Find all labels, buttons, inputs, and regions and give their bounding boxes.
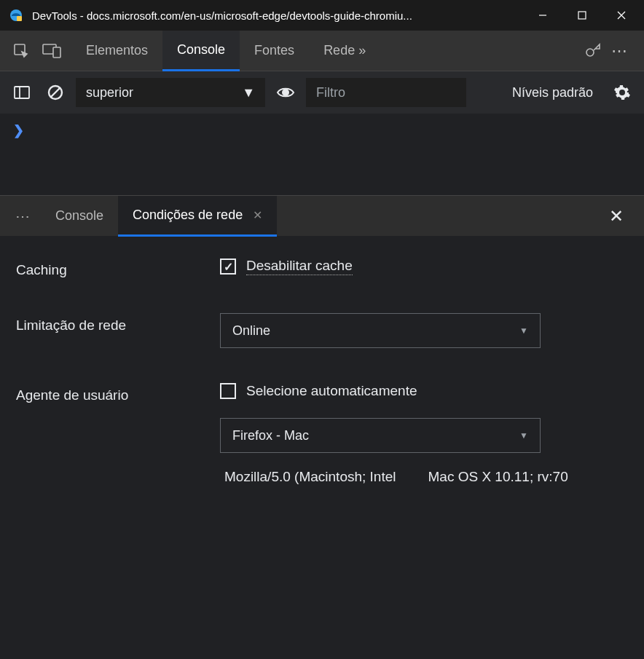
- ua-string-part2: Mac OS X 10.11; rv:70: [428, 469, 568, 485]
- app-icon: [9, 8, 23, 23]
- throttling-select[interactable]: Online ▼: [220, 313, 541, 348]
- more-menu-icon[interactable]: ⋯: [611, 42, 629, 60]
- titlebar: DevTools - docs.microsoft.com/en-us/micr…: [0, 0, 644, 31]
- execution-context-select[interactable]: superior ▼: [76, 78, 265, 107]
- tab-network[interactable]: Rede »: [309, 31, 380, 71]
- tab-close-icon[interactable]: ✕: [253, 208, 262, 222]
- drawer-tab-label: Condições de rede: [133, 208, 243, 223]
- tab-label: Rede »: [323, 43, 366, 58]
- console-settings-icon[interactable]: [609, 79, 635, 106]
- auto-select-checkbox[interactable]: Selecione automaticamente: [220, 383, 628, 399]
- inspect-element-icon[interactable]: [6, 31, 36, 71]
- drawer-tab-console[interactable]: Console: [41, 196, 118, 237]
- tab-sources[interactable]: Fontes: [240, 31, 309, 71]
- device-toolbar-icon[interactable]: [36, 31, 67, 71]
- throttling-label: Limitação de rede: [16, 313, 220, 334]
- chevron-down-icon: ▼: [519, 430, 528, 441]
- svg-rect-10: [15, 87, 29, 98]
- chevron-down-icon: ▼: [519, 325, 528, 336]
- svg-line-13: [51, 88, 60, 97]
- window-title: DevTools - docs.microsoft.com/en-us/micr…: [32, 9, 523, 22]
- prompt-chevron-icon: ❯: [13, 123, 24, 138]
- tab-label: Console: [177, 42, 225, 58]
- svg-rect-3: [578, 12, 586, 19]
- tab-console[interactable]: Console: [162, 31, 240, 71]
- drawer-tabs-row: ⋯ Console Condições de rede ✕ ✕: [0, 195, 644, 236]
- drawer-tab-label: Console: [55, 208, 103, 224]
- live-expression-icon[interactable]: [272, 79, 299, 106]
- clear-console-icon[interactable]: [42, 79, 68, 106]
- chevron-down-icon: ▼: [242, 85, 255, 100]
- checkbox-icon: [220, 259, 236, 275]
- minimize-button[interactable]: [523, 0, 562, 31]
- main-tabs-row: Elementos Console Fontes Rede » ⋯: [0, 31, 644, 71]
- filter-input[interactable]: Filtro: [306, 78, 466, 107]
- tab-elements[interactable]: Elementos: [71, 31, 162, 71]
- levels-label: Níveis padrão: [512, 85, 593, 100]
- user-agent-string[interactable]: Mozilla/5.0 (Macintosh; Intel Mac OS X 1…: [220, 469, 628, 485]
- svg-rect-1: [17, 16, 22, 21]
- checkbox-icon: [220, 383, 236, 399]
- filter-placeholder: Filtro: [316, 85, 345, 100]
- ua-preset-value: Firefox - Mac: [232, 428, 309, 443]
- close-button[interactable]: [602, 0, 641, 31]
- console-toolbar: superior ▼ Filtro Níveis padrão: [0, 71, 644, 114]
- disable-cache-label: Desabilitar cache: [246, 258, 353, 275]
- auto-select-label: Selecione automaticamente: [246, 383, 417, 399]
- user-agent-select[interactable]: Firefox - Mac ▼: [220, 418, 541, 453]
- log-levels-select[interactable]: Níveis padrão: [503, 85, 602, 100]
- svg-point-9: [586, 49, 594, 56]
- drawer-tab-network-conditions[interactable]: Condições de rede ✕: [118, 196, 277, 237]
- maximize-button[interactable]: [562, 0, 602, 31]
- tab-label: Fontes: [254, 43, 294, 58]
- user-agent-label: Agente de usuário: [16, 383, 220, 403]
- tab-label: Elementos: [86, 43, 148, 58]
- ua-string-part1: Mozilla/5.0 (Macintosh; Intel: [224, 469, 396, 485]
- network-conditions-panel: Caching Desabilitar cache Limitação de r…: [0, 236, 644, 521]
- feedback-icon[interactable]: [584, 40, 602, 62]
- svg-rect-8: [53, 47, 60, 58]
- throttling-value: Online: [232, 323, 270, 339]
- drawer-more-menu-icon[interactable]: ⋯: [6, 196, 41, 237]
- console-prompt-area[interactable]: ❯: [0, 114, 644, 195]
- disable-cache-checkbox[interactable]: Desabilitar cache: [220, 258, 628, 275]
- caching-label: Caching: [16, 258, 220, 278]
- sidebar-toggle-icon[interactable]: [9, 79, 35, 106]
- svg-point-14: [283, 90, 288, 95]
- drawer-close-icon[interactable]: ✕: [609, 206, 624, 226]
- context-value: superior: [86, 85, 133, 100]
